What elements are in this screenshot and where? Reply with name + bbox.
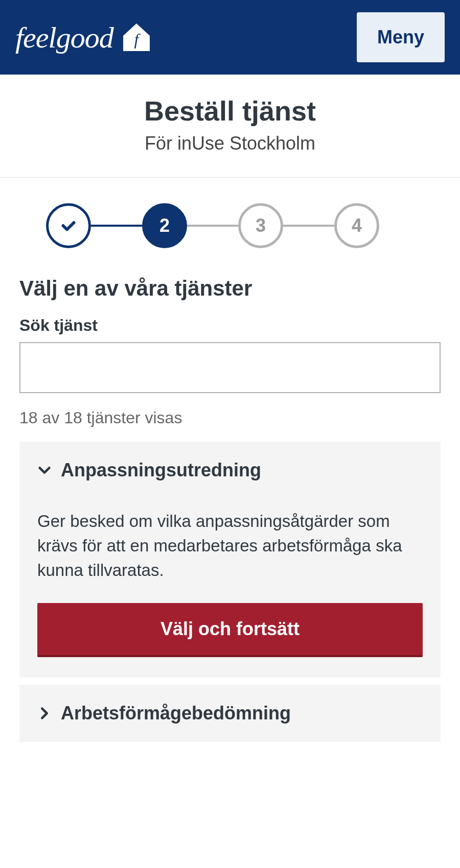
check-icon — [59, 216, 78, 235]
title-section: Beställ tjänst För inUse Stockholm — [0, 75, 460, 178]
service-item-collapsed: Arbetsförmågebedömning — [19, 685, 441, 742]
service-title: Arbetsförmågebedömning — [61, 703, 291, 724]
app-header: feelgood f Meny — [0, 0, 460, 75]
step-4-future[interactable]: 4 — [334, 203, 379, 248]
services-list: Anpassningsutredning Ger besked om vilka… — [0, 442, 460, 742]
service-title: Anpassningsutredning — [61, 460, 261, 481]
page-title: Beställ tjänst — [10, 95, 450, 127]
step-1-complete[interactable] — [46, 203, 91, 248]
service-item-expanded: Anpassningsutredning Ger besked om vilka… — [19, 442, 441, 678]
service-description: Ger besked om vilka anpassningsåtgärder … — [37, 509, 423, 583]
section-heading: Välj en av våra tjänster — [0, 271, 460, 316]
service-body: Ger besked om vilka anpassningsåtgärder … — [19, 499, 441, 678]
logo[interactable]: feelgood f — [15, 20, 152, 55]
step-2-current[interactable]: 2 — [142, 203, 187, 248]
main-content: Beställ tjänst För inUse Stockholm 2 3 4… — [0, 75, 460, 742]
step-connector — [187, 225, 238, 227]
menu-button[interactable]: Meny — [357, 12, 445, 62]
service-header[interactable]: Anpassningsutredning — [19, 442, 441, 499]
search-input[interactable] — [19, 342, 441, 393]
service-header[interactable]: Arbetsförmågebedömning — [19, 685, 441, 742]
step-connector — [91, 225, 142, 227]
results-count: 18 av 18 tjänster visas — [0, 393, 460, 442]
chevron-down-icon — [37, 463, 52, 477]
step-connector — [283, 225, 334, 227]
select-continue-button[interactable]: Välj och fortsätt — [37, 603, 423, 657]
stepper: 2 3 4 — [0, 178, 460, 271]
logo-text: feelgood — [15, 20, 113, 55]
search-label: Sök tjänst — [19, 316, 441, 335]
search-section: Sök tjänst — [0, 316, 460, 393]
page-subtitle: För inUse Stockholm — [10, 133, 450, 154]
house-icon: f — [121, 22, 152, 52]
step-3-future[interactable]: 3 — [238, 203, 283, 248]
chevron-right-icon — [37, 706, 52, 720]
